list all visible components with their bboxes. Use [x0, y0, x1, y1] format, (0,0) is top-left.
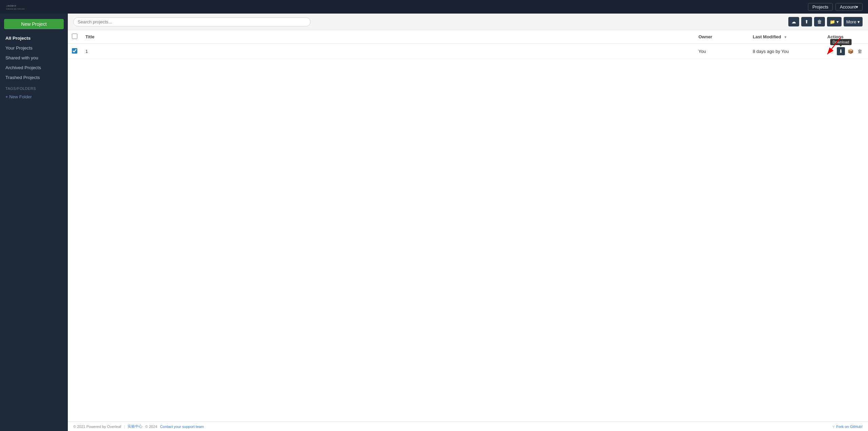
- upload-cloud-icon: ☁: [791, 19, 796, 24]
- projects-list: Title Owner Last Modified ▼ Actions: [68, 30, 868, 59]
- upload-folder-button[interactable]: ⬆: [801, 17, 812, 26]
- projects-button[interactable]: Projects: [808, 3, 833, 11]
- sidebar-item-all-projects[interactable]: All Projects: [0, 33, 68, 43]
- navbar-brand: 上海交通大学 SHANGHAI JIAO TONG UNIV.: [5, 2, 26, 12]
- footer-contact-link[interactable]: Contact your support team: [160, 425, 204, 429]
- trash-toolbar-button[interactable]: 🗑: [814, 17, 825, 26]
- sidebar-item-trashed-projects[interactable]: Trashed Projects: [0, 73, 68, 82]
- content-wrapper: ☁ ⬆ 🗑 📁 ▾ More ▾: [68, 14, 868, 431]
- fork-label: Fork on GitHub!: [836, 425, 863, 429]
- footer-copyright2: © 2024: [145, 425, 157, 429]
- select-all-checkbox[interactable]: [72, 34, 77, 39]
- header-checkbox-col: [68, 30, 81, 44]
- projects-table: Title Owner Last Modified ▼ Actions: [68, 30, 868, 422]
- sidebar-item-your-projects[interactable]: Your Projects: [0, 43, 68, 53]
- footer-sep: |: [124, 425, 125, 429]
- row-archive-button[interactable]: 📦: [846, 47, 854, 55]
- toolbar: ☁ ⬆ 🗑 📁 ▾ More ▾: [68, 14, 868, 30]
- navbar-right: Projects Account▾: [808, 3, 863, 11]
- header-title-col[interactable]: Title: [81, 30, 694, 44]
- header-modified-col[interactable]: Last Modified ▼: [749, 30, 823, 44]
- footer-lab-link[interactable]: 实验中心: [127, 424, 142, 429]
- folder-icon: 📁: [830, 19, 835, 24]
- svg-text:SHANGHAI JIAO TONG UNIV.: SHANGHAI JIAO TONG UNIV.: [6, 8, 25, 10]
- header-owner-col: Owner: [694, 30, 749, 44]
- trash-icon: 🗑: [817, 19, 822, 24]
- fork-github-link[interactable]: ⑂ Fork on GitHub!: [832, 425, 863, 429]
- svg-text:上海交通大学: 上海交通大学: [6, 5, 16, 7]
- sidebar: New Project All Projects Your Projects S…: [0, 14, 68, 431]
- row-trash-button[interactable]: 🗑: [856, 47, 864, 55]
- header-actions-col: Actions: [823, 30, 868, 44]
- fork-icon: ⑂: [832, 425, 835, 429]
- sort-arrow-icon: ▼: [784, 35, 787, 39]
- more-button[interactable]: More ▾: [844, 17, 863, 26]
- navbar: 上海交通大学 SHANGHAI JIAO TONG UNIV. Projects…: [0, 0, 868, 14]
- folder-dropdown-button[interactable]: 📁 ▾: [827, 17, 842, 26]
- upload-cloud-button[interactable]: ☁: [788, 17, 799, 26]
- projects-tbody: 1You8 days ago by You⎘⬇Download📦🗑: [68, 44, 868, 59]
- university-logo: 上海交通大学 SHANGHAI JIAO TONG UNIV.: [5, 2, 26, 12]
- account-button[interactable]: Account▾: [835, 3, 863, 11]
- tags-folders-label: TAGS/FOLDERS: [0, 82, 68, 92]
- table-row: 1You8 days ago by You⎘⬇Download📦🗑: [68, 44, 868, 59]
- row-copy-button[interactable]: ⎘: [827, 47, 835, 55]
- search-input[interactable]: [73, 17, 311, 26]
- table-header-row: Title Owner Last Modified ▼ Actions: [68, 30, 868, 44]
- folder-dropdown-arrow: ▾: [836, 19, 839, 24]
- new-project-button[interactable]: New Project: [4, 19, 64, 29]
- toolbar-right: ☁ ⬆ 🗑 📁 ▾ More ▾: [788, 17, 863, 26]
- sidebar-item-archived-projects[interactable]: Archived Projects: [0, 63, 68, 73]
- more-label: More ▾: [846, 19, 860, 24]
- row-modified: 8 days ago by You: [749, 44, 823, 59]
- row-actions: ⎘⬇Download📦🗑: [827, 47, 864, 55]
- row-download-button[interactable]: ⬇: [837, 47, 845, 55]
- upload-icon: ⬆: [805, 19, 809, 24]
- download-tooltip-wrapper: ⬇Download: [837, 47, 845, 55]
- footer-copyright: © 2021 Powered by Overleaf: [73, 425, 121, 429]
- row-actions-cell: ⎘⬇Download📦🗑: [823, 44, 868, 59]
- search-wrapper: [73, 17, 311, 26]
- new-folder-button[interactable]: + New Folder: [0, 92, 68, 102]
- row-title[interactable]: 1: [81, 44, 694, 59]
- row-owner: You: [694, 44, 749, 59]
- content: ☁ ⬆ 🗑 📁 ▾ More ▾: [68, 14, 868, 422]
- sidebar-item-shared-with-you[interactable]: Shared with you: [0, 53, 68, 63]
- page-footer: © 2021 Powered by Overleaf | 实验中心 © 2024…: [68, 422, 868, 431]
- main-layout: New Project All Projects Your Projects S…: [0, 14, 868, 431]
- row-checkbox[interactable]: [72, 48, 77, 54]
